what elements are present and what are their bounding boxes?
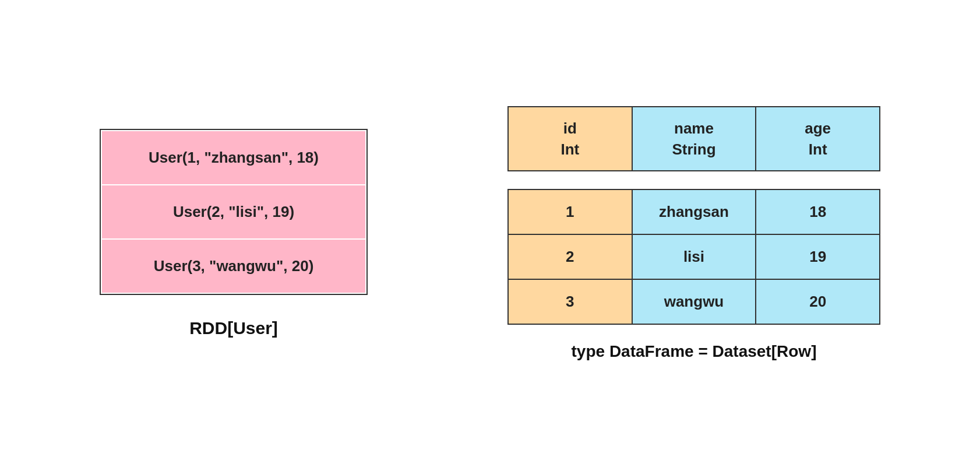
cell-age-1: 18	[756, 189, 880, 234]
data-table: 1 zhangsan 18 2 lisi 19 3 wangwu 20	[507, 189, 880, 325]
cell-id-2: 2	[508, 234, 632, 279]
cell-name-2: lisi	[632, 234, 756, 279]
age-field-label: age	[805, 120, 831, 137]
rdd-row-3: User(3, "wangwu", 20)	[102, 240, 365, 293]
age-type-label: Int	[809, 141, 827, 158]
cell-id-1: 1	[508, 189, 632, 234]
dataframe-section: id Int name String age Int	[507, 106, 880, 361]
table-row: 3 wangwu 20	[508, 279, 880, 324]
table-row: 1 zhangsan 18	[508, 189, 880, 234]
name-type-label: String	[672, 141, 715, 158]
table-row: 2 lisi 19	[508, 234, 880, 279]
cell-name-1: zhangsan	[632, 189, 756, 234]
cell-id-3: 3	[508, 279, 632, 324]
id-field-label: id	[563, 120, 577, 137]
rdd-table: User(1, "zhangsan", 18) User(2, "lisi", …	[100, 129, 368, 295]
rdd-row-1: User(1, "zhangsan", 18)	[102, 131, 365, 184]
schema-age-cell: age Int	[756, 107, 880, 171]
cell-name-3: wangwu	[632, 279, 756, 324]
cell-age-2: 19	[756, 234, 880, 279]
cell-age-3: 20	[756, 279, 880, 324]
schema-id-cell: id Int	[508, 107, 632, 171]
main-container: User(1, "zhangsan", 18) User(2, "lisi", …	[53, 24, 927, 444]
name-field-label: name	[674, 120, 714, 137]
schema-table: id Int name String age Int	[507, 106, 880, 172]
rdd-row-2: User(2, "lisi", 19)	[102, 185, 365, 238]
dataframe-label: type DataFrame = Dataset[Row]	[572, 342, 817, 361]
schema-name-cell: name String	[632, 107, 756, 171]
rdd-label: RDD[User]	[189, 318, 278, 338]
id-type-label: Int	[560, 141, 579, 158]
rdd-section: User(1, "zhangsan", 18) User(2, "lisi", …	[100, 129, 368, 338]
